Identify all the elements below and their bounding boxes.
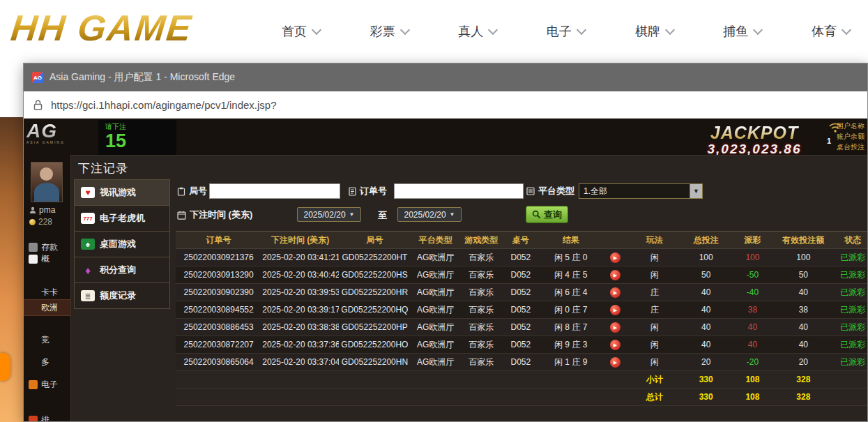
- column-header: 结果: [540, 232, 602, 249]
- date-to[interactable]: 2025/02/20: [397, 207, 462, 222]
- sidebar-item-3[interactable]: 卡卡: [24, 284, 70, 301]
- sidebar-item-8[interactable]: 排: [24, 412, 70, 421]
- table-row: 2502200309132902025-02-20 03:40:42GD0522…: [176, 266, 867, 284]
- sidebar-item-2[interactable]: 概: [24, 250, 70, 267]
- window-title: Asia Gaming - 用户配置 1 - Microsoft Edge: [50, 71, 235, 84]
- none: [29, 288, 38, 297]
- round-input[interactable]: [209, 183, 340, 199]
- window-title-bar[interactable]: AG Asia Gaming - 用户配置 1 - Microsoft Edge: [24, 63, 867, 91]
- column-header: 局号: [339, 232, 411, 249]
- order-cell: 250220030894552: [176, 301, 261, 319]
- spacer-cell: [176, 389, 628, 406]
- replay-cell: [602, 266, 628, 284]
- account-info-line: 账户余额: [837, 131, 867, 142]
- address-bar[interactable]: https://gci.1hhapi.com/agingame/pcv1/ind…: [24, 91, 867, 119]
- sidebar-item-label: 排: [41, 414, 50, 422]
- replay-cell: [602, 301, 628, 319]
- records-icon: ≣: [81, 290, 95, 301]
- spacer-cell: [176, 371, 628, 389]
- bet-cell: 50: [681, 266, 731, 284]
- payout-cell: -40: [731, 284, 775, 301]
- replay-button[interactable]: [610, 340, 620, 350]
- sum-payout-cell: 108: [731, 371, 775, 389]
- nav-item-7[interactable]: 体育: [812, 23, 850, 40]
- magnifier-icon: [532, 210, 541, 219]
- sum-valid-cell: 328: [774, 371, 832, 389]
- bet-cell: 40: [681, 301, 731, 319]
- panel-menu-cards[interactable]: ♥视讯游戏: [74, 179, 170, 206]
- replay-button[interactable]: [610, 287, 620, 298]
- time-cell: 2025-02-20 03:39:53: [261, 284, 339, 301]
- sidebar-item-6[interactable]: 多: [24, 354, 70, 370]
- column-header: 平台类型: [411, 232, 461, 249]
- nav-item-4[interactable]: 电子: [547, 23, 585, 40]
- window-favicon: AG: [32, 72, 43, 83]
- game-cell: 百家乐: [461, 319, 503, 336]
- url-text[interactable]: https://gci.1hhapi.com/agingame/pcv1/ind…: [51, 99, 277, 111]
- result-cell: 闲 4 庄 5: [540, 266, 602, 284]
- sum-label-cell: 总计: [628, 389, 681, 406]
- platform-cell: AG欧洲厅: [411, 284, 461, 301]
- status-cell: 已派彩: [832, 249, 867, 266]
- nav-item-6[interactable]: 捕鱼: [723, 23, 761, 40]
- game-cell: 百家乐: [461, 354, 503, 371]
- edge-window: AG Asia Gaming - 用户配置 1 - Microsoft Edge…: [23, 63, 868, 422]
- nav-item-label: 捕鱼: [723, 23, 748, 40]
- panel-menu-records[interactable]: ≣额度记录: [74, 282, 170, 309]
- playtype-cell: 闲: [628, 354, 681, 371]
- replay-button[interactable]: [610, 322, 620, 333]
- replay-button[interactable]: [610, 253, 620, 263]
- account-info-line: 用户名称: [837, 121, 867, 131]
- sidebar-item-4[interactable]: 欧洲: [24, 299, 70, 316]
- platform-select[interactable]: 1.全部: [579, 183, 703, 199]
- replay-cell: [602, 319, 628, 336]
- date-from[interactable]: 2025/02/20: [297, 207, 361, 222]
- status-cell: 已派彩: [832, 336, 867, 354]
- floating-tab[interactable]: [0, 353, 10, 381]
- result-cell: 闲 9 庄 3: [540, 336, 602, 354]
- query-button[interactable]: 查询: [526, 206, 568, 223]
- column-header: 派彩: [731, 232, 775, 249]
- status-cell: 已派彩: [832, 301, 867, 319]
- replay-button[interactable]: [610, 305, 620, 315]
- select-arrow-icon[interactable]: [690, 184, 702, 198]
- panel-menu-slots[interactable]: 777电子老虎机: [74, 205, 170, 232]
- time-cell: 2025-02-20 03:40:42: [261, 266, 339, 284]
- platform-select-value: 1.全部: [584, 186, 607, 197]
- table-row: 2502200309213762025-02-20 03:41:21GD0522…: [176, 249, 867, 266]
- sidebar-item-7[interactable]: 电子: [24, 376, 70, 393]
- panel-menu-label: 视讯游戏: [100, 186, 136, 199]
- round-cell: GD052252200HS: [339, 266, 411, 284]
- chevron-down-icon: [488, 24, 498, 34]
- table-no-cell: D052: [502, 301, 539, 319]
- lock-icon: [33, 100, 43, 110]
- nav-item-3[interactable]: 真人: [458, 23, 496, 40]
- status-cell: 已派彩: [832, 354, 867, 371]
- table-row: 2502200308650642025-02-20 03:37:04GD0522…: [176, 354, 867, 371]
- panel-menu-label: 积分查询: [100, 264, 136, 276]
- tables-icon: ♠: [81, 239, 95, 250]
- panel-menu-label: 电子老虎机: [100, 212, 145, 225]
- sidebar-item-label: 竞: [41, 334, 50, 346]
- sidebar-item-5[interactable]: 竞: [24, 331, 70, 348]
- column-header: 下注时间 (美东): [261, 232, 339, 249]
- status-cell: 已派彩: [832, 319, 867, 336]
- nav-item-1[interactable]: 首页: [282, 23, 320, 40]
- playtype-cell: 闲: [628, 266, 681, 284]
- replay-button[interactable]: [610, 357, 620, 368]
- casino-sidebar: pma 228 存款概卡卡欧洲竞多电子排: [24, 158, 70, 421]
- game-cell: 百家乐: [461, 336, 503, 354]
- bet-timer-value: 15: [105, 132, 169, 150]
- replay-cell: [602, 336, 628, 354]
- sum-label-cell: 小计: [628, 371, 681, 389]
- replay-button[interactable]: [610, 270, 620, 280]
- order-input[interactable]: [394, 183, 524, 199]
- nav-item-5[interactable]: 棋牌: [635, 23, 673, 40]
- panel-menu-tables[interactable]: ♠桌面游戏: [74, 231, 170, 257]
- status-cell: 已派彩: [832, 284, 867, 301]
- valid-bet-cell: 20: [774, 354, 832, 371]
- panel-menu-points[interactable]: ♦积分查询: [74, 257, 170, 283]
- sum-payout-cell: 108: [731, 389, 775, 406]
- nav-item-2[interactable]: 彩票: [370, 23, 409, 40]
- bet-records-panel: 下注记录 ♥视讯游戏777电子老虎机♠桌面游戏♦积分查询≣额度记录 局号 订单号: [70, 155, 867, 421]
